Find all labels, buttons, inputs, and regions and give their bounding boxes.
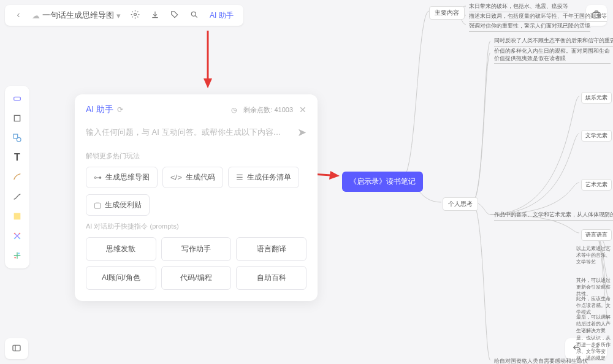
chip-mindmap[interactable]: ⊶生成思维导图	[86, 167, 158, 188]
mindmap-node[interactable]: 强调对信仰的重要性，警示人们面对现已降的活境	[469, 22, 590, 32]
left-toolbar: T	[5, 86, 29, 268]
prompt-wiki[interactable]: 自助百科	[236, 266, 306, 290]
svg-point-15	[19, 233, 21, 235]
prompt-role[interactable]: AI顾问/角色	[86, 266, 156, 290]
chip-sticky[interactable]: ▢生成便利贴	[86, 194, 150, 216]
svg-rect-9	[13, 134, 18, 138]
credits-label: 剩余点数: 41003	[243, 105, 293, 115]
list-icon: ☰	[236, 173, 243, 182]
prompt-translate[interactable]: 语言翻译	[236, 237, 306, 261]
select-tool[interactable]	[8, 89, 26, 108]
prompt-writing[interactable]: 写作助手	[161, 237, 232, 261]
search-button[interactable]	[186, 8, 202, 23]
back-button[interactable]	[11, 9, 26, 21]
mindmap-canvas[interactable]: 主要内容 个人思考 末日带来的破坏，包括水、地震、瘟疫等 描述末日败局，包括度量…	[405, 0, 613, 364]
ai-panel-title: AI 助手 ⟳	[86, 104, 123, 115]
shape-tool[interactable]	[8, 129, 26, 147]
tag-button[interactable]	[167, 8, 183, 23]
send-button[interactable]: ➤	[297, 126, 306, 139]
chevron-left-icon	[15, 12, 22, 19]
search-icon	[190, 10, 199, 21]
download-icon	[151, 10, 159, 21]
more-tool[interactable]	[8, 246, 26, 265]
connector-tool[interactable]	[8, 188, 26, 206]
mindmap-node[interactable]: 给自对国资格人类自需要感动和生命伏	[494, 357, 588, 364]
mindmap-text[interactable]: 其外，可以通过更新会引发观察共性。	[576, 277, 613, 298]
mindmap-subnode[interactable]: 娱乐元素	[581, 92, 612, 104]
gear-icon	[131, 10, 140, 21]
svg-point-13	[19, 238, 21, 240]
svg-point-14	[14, 238, 16, 240]
clock-icon: ◷	[231, 106, 237, 114]
svg-rect-8	[14, 115, 20, 121]
ai-assistant-link[interactable]: AI 助手	[206, 10, 237, 21]
svg-rect-18	[13, 345, 20, 351]
ai-assistant-panel: AI 助手 ⟳ ◷ 剩余点数: 41003 ✕ ➤ 解锁更多热门玩法 ⊶生成思维…	[75, 94, 318, 301]
svg-marker-3	[329, 171, 340, 180]
mindmap-subnode[interactable]: 语言语言	[581, 229, 612, 241]
note-icon: ▢	[94, 200, 101, 210]
frame-tool[interactable]	[8, 109, 26, 127]
branch-node-main[interactable]: 主要内容	[429, 6, 465, 20]
mindmap-node[interactable]: 描述末日败局，包括度量的破坏等性、千年王国的到来等	[469, 12, 607, 22]
chip-tasklist[interactable]: ☰生成任务清单	[228, 167, 299, 188]
export-button[interactable]	[147, 8, 163, 23]
mindmap-node[interactable]: 价值的多样化入内生日的观察。面对周围和生命价值提供拖曳效是假在读者眼	[494, 48, 611, 64]
refresh-icon[interactable]: ⟳	[117, 105, 123, 114]
mindmap-tool[interactable]	[8, 227, 26, 245]
pen-tool[interactable]	[8, 168, 26, 186]
mindmap-node[interactable]: 作品中的音乐、文学和艺术元素，从人体体现阴的博感感管	[494, 211, 613, 221]
bottom-left-button[interactable]	[5, 338, 28, 359]
mindmap-node[interactable]: 同时反映了人类不顾生态平衡的后果和信守的重要性	[494, 37, 613, 47]
svg-rect-17	[18, 252, 20, 254]
branch-node-thoughts[interactable]: 个人思考	[443, 197, 478, 211]
svg-rect-11	[14, 213, 21, 220]
panel-icon	[12, 343, 21, 355]
svg-point-5	[191, 12, 196, 16]
mindmap-text[interactable]: 此外，应该生命作点读者感。文学模式	[576, 295, 613, 316]
mindmap-text[interactable]: 最后，可以调解结后过着的人产生诸解决方案是。也认识，从而进一步多所作乐、文学等变…	[576, 314, 613, 362]
document-title[interactable]: ☁ 一句话生成思维导图 ▾	[29, 10, 123, 21]
prompt-coding[interactable]: 代码/编程	[161, 266, 232, 290]
chevron-down-icon: ▾	[116, 11, 121, 20]
section-hot-label: 解锁更多热门玩法	[86, 151, 306, 161]
chip-code[interactable]: </>生成代码	[162, 167, 223, 188]
close-button[interactable]: ✕	[299, 105, 306, 115]
code-icon: </>	[170, 173, 182, 182]
mindmap-subnode[interactable]: 文学元素	[581, 130, 612, 142]
svg-point-12	[14, 233, 16, 235]
svg-marker-1	[204, 78, 212, 88]
mindmap-subnode[interactable]: 艺术元素	[581, 179, 612, 191]
svg-point-16	[14, 257, 16, 259]
sticky-tool[interactable]	[8, 207, 26, 226]
mindmap-node[interactable]: 末日带来的破坏，包括水、地震、瘟疫等	[469, 2, 568, 12]
top-toolbar: ☁ 一句话生成思维导图 ▾ AI 助手	[5, 5, 243, 26]
svg-point-10	[17, 137, 21, 142]
mindmap-icon: ⊶	[94, 173, 102, 182]
ai-prompt-input[interactable]	[86, 124, 292, 140]
settings-button[interactable]	[127, 7, 143, 23]
mindmap-text[interactable]: 以上元素通过艺术等中的音乐、文学等艺	[576, 245, 613, 266]
text-tool[interactable]: T	[8, 148, 26, 167]
cloud-icon: ☁	[32, 11, 40, 20]
section-prompts-label: AI 对话助手快捷指令 (prompts)	[86, 222, 306, 231]
svg-point-4	[134, 13, 137, 16]
svg-rect-7	[14, 97, 21, 100]
tag-icon	[170, 10, 179, 21]
prompt-diverge[interactable]: 思维发散	[86, 237, 156, 261]
